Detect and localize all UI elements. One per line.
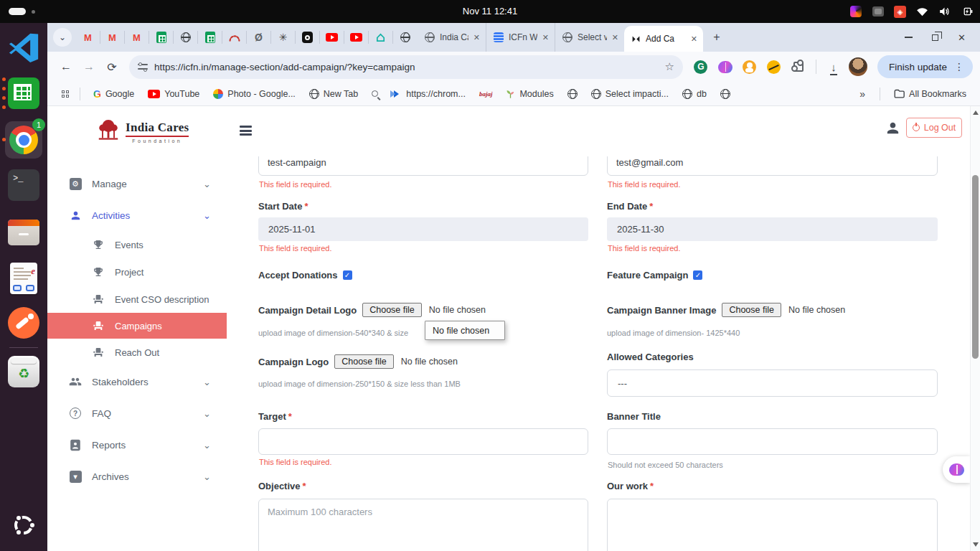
objective-textarea[interactable] [258,499,588,551]
dock-vscode-icon[interactable] [8,31,39,62]
bookmark-chrome-url[interactable]: https://chrom... [390,89,469,99]
all-bookmarks-button[interactable]: All Bookmarks [890,89,970,99]
sidebar-item-activities[interactable]: Activities ⌄ [47,199,227,231]
tab-search-button[interactable]: ⌄ [53,28,72,47]
scroll-up-arrow[interactable] [973,110,979,115]
end-date-input[interactable]: 2025-11-30 [607,217,938,241]
detail-logo-choose-file-button[interactable]: Choose file [362,303,422,317]
profile-avatar[interactable] [847,57,869,77]
bookmark-youtube[interactable]: YouTube [144,89,203,99]
bookmark-site[interactable] [717,89,734,99]
scrollbar-thumb[interactable] [972,175,979,359]
orange-person-extension-icon[interactable] [739,57,760,77]
dock-libreoffice-calc-icon[interactable] [8,77,39,109]
reload-button[interactable]: ⟳ [102,57,122,77]
tab-add-campaign[interactable]: Add Ca ✕ [624,26,703,52]
bookmark-star-icon[interactable]: ☆ [664,60,674,73]
close-icon[interactable]: ✕ [612,33,618,42]
email-input[interactable] [607,156,938,176]
pinned-tab-gmail[interactable]: M [125,31,149,44]
sidebar-item-reach-out[interactable]: Reach Out [47,339,227,366]
sidebar-item-reports[interactable]: Reports ⌄ [47,429,227,461]
pinned-tab-shield[interactable] [296,31,320,44]
pinned-tab-gmail[interactable]: M [76,31,100,44]
toolbox-app-icon[interactable] [849,6,862,18]
dock-ubuntu-logo[interactable] [8,509,39,541]
tab-icfn[interactable]: ICFn W ✕ [486,23,555,52]
bookmarks-overflow-button[interactable]: » [855,88,870,100]
system-clock[interactable]: Nov 11 12:41 [0,0,980,23]
bookmark-new-tab[interactable]: New Tab [306,89,362,99]
logout-button[interactable]: Log Out [906,118,962,138]
pinned-tab-arc[interactable] [222,31,247,44]
site-settings-icon[interactable] [138,62,148,71]
orange-x-extension-icon[interactable] [763,57,785,77]
banner-title-input[interactable] [607,428,938,455]
sidebar-item-archives[interactable]: ▾ Archives ⌄ [47,461,227,492]
volume-icon[interactable] [938,6,951,18]
grammarly-extension-icon[interactable]: G [690,57,712,77]
menu-dots-icon[interactable]: ⋮ [954,61,964,72]
pinned-tab-web[interactable] [393,31,418,44]
bookmark-google-photos[interactable]: Photo - Google... [209,89,299,99]
campaign-logo-choose-file-button[interactable]: Choose file [334,354,394,369]
tab-select[interactable]: Select v ✕ [555,23,624,52]
bookmark-search[interactable] [368,90,384,97]
sidebar-item-campaigns[interactable]: Campaigns [47,313,227,339]
address-bar[interactable]: https://icfn.in/manage-section/add-campa… [129,55,683,79]
bookmark-select-impact[interactable]: Select impacti... [588,89,672,99]
pinned-tab-sheets[interactable] [149,31,174,44]
pinned-tab-home[interactable] [369,31,393,44]
bookmark-modules[interactable]: Modules [502,89,557,99]
messages-icon[interactable] [872,6,884,18]
allowed-categories-select[interactable]: --- [607,369,938,397]
dock-trash-icon[interactable]: ♻ [8,356,39,387]
our-work-textarea[interactable] [607,499,938,551]
accept-donations-checkbox[interactable]: ✓ [343,270,352,280]
sidebar-item-manage[interactable]: ⚙ Manage ⌄ [47,168,227,199]
downloads-button[interactable]: ↓ [823,57,844,77]
tab-india-cares[interactable]: India Ca ✕ [418,23,486,52]
site-logo[interactable]: India Cares Foundation [96,116,189,145]
sidebar-item-faq[interactable]: ? FAQ ⌄ [47,397,227,429]
pinned-tab-openai[interactable]: ✳ [271,31,296,44]
pinned-tab-null[interactable]: Ø [247,31,271,44]
new-tab-button[interactable]: + [707,28,726,47]
target-input[interactable] [258,428,588,455]
dock-terminal-icon[interactable]: >_ [8,169,39,201]
bookmark-site[interactable] [564,89,581,99]
dock-files-icon[interactable] [8,217,39,248]
apps-grid-icon[interactable] [60,90,70,98]
start-date-input[interactable]: 2025-11-01 [258,217,588,241]
sidebar-toggle-button[interactable] [240,126,252,136]
close-window-button[interactable]: ✕ [958,32,966,43]
pinned-tab-youtube[interactable] [320,31,344,44]
sidebar-item-event-cso-description[interactable]: Event CSO description [47,286,227,313]
screenshare-app-icon[interactable]: ◈ [894,6,906,18]
forward-button[interactable]: → [79,57,99,77]
user-profile-icon[interactable] [885,120,901,139]
close-icon[interactable]: ✕ [542,33,549,42]
campaign-name-input[interactable] [258,156,588,176]
page-scrollbar[interactable] [970,106,980,551]
pinned-tab-sheets[interactable] [198,31,222,44]
sidebar-item-events[interactable]: Events [47,231,227,258]
feature-campaign-checkbox[interactable]: ✓ [693,270,702,280]
minimize-button[interactable] [905,37,913,38]
battery-icon[interactable] [961,6,973,18]
url-text[interactable]: https://icfn.in/manage-section/add-campa… [154,62,658,72]
brain-extension-icon[interactable] [715,57,736,77]
bookmark-bajaj[interactable]: bajaj [476,90,496,98]
pinned-tab-gmail[interactable]: M [100,31,125,44]
assistant-bubble[interactable] [943,456,970,483]
bookmark-google[interactable]: GGoogle [90,88,138,100]
dock-postman-icon[interactable] [8,307,39,339]
close-icon[interactable]: ✕ [691,34,697,44]
pinned-tab-web[interactable] [174,31,198,44]
sidebar-item-stakeholders[interactable]: Stakeholders ⌄ [47,366,227,397]
dock-chrome-icon[interactable]: 1 [5,121,42,159]
pinned-tab-youtube[interactable] [344,31,369,44]
finish-update-button[interactable]: Finish update ⋮ [877,55,973,78]
scroll-down-arrow[interactable] [973,542,979,547]
bookmark-db[interactable]: db [679,89,710,99]
